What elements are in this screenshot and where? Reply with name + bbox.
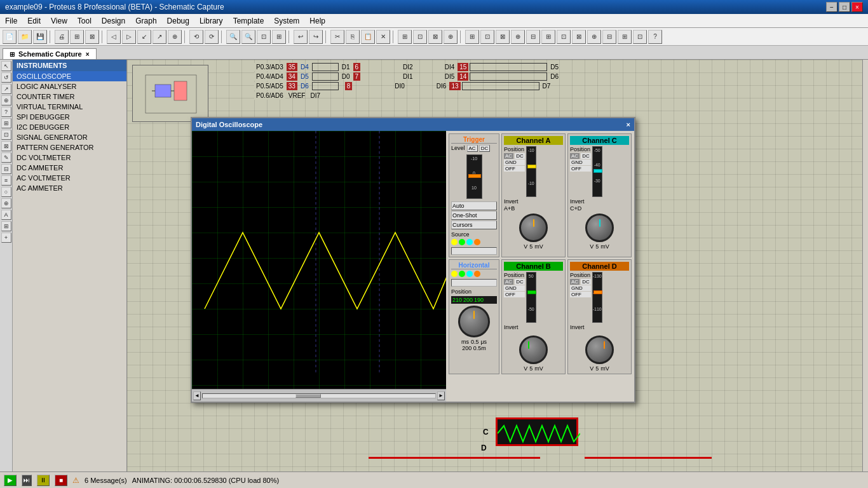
tool16[interactable]: + (1, 233, 11, 243)
maximize-button[interactable]: □ (839, 2, 850, 12)
tool7[interactable]: ⊡ (1, 130, 11, 140)
horiz-src-b[interactable] (459, 271, 465, 277)
menu-graph[interactable]: Graph (130, 15, 161, 27)
tool3[interactable]: ↗ (1, 84, 11, 94)
btn14[interactable]: ⊕ (444, 30, 458, 44)
btn13[interactable]: ⊠ (428, 30, 442, 44)
instrument-dc-ammeter[interactable]: DC AMMETER (13, 163, 126, 173)
src-b[interactable] (459, 239, 465, 245)
ch-d-thumb[interactable] (593, 290, 602, 294)
oscilloscope-dialog[interactable]: Digital Oscilloscope × (191, 117, 635, 403)
instrument-ac-voltmeter[interactable]: AC VOLTMETER (13, 173, 126, 183)
btn3[interactable]: ⊠ (85, 30, 99, 44)
btn2[interactable]: ⊞ (70, 30, 84, 44)
preview-thumbnail[interactable] (132, 65, 208, 122)
ch-c-off[interactable]: OFF (570, 166, 591, 172)
zoom-out[interactable]: 🔍 (241, 30, 255, 44)
menu-system[interactable]: System (269, 15, 304, 27)
btn20[interactable]: ⊞ (541, 30, 555, 44)
ch-d-gnd[interactable]: GND (570, 285, 591, 291)
tool15[interactable]: ⊞ (1, 221, 11, 231)
ch-b-thumb[interactable] (527, 290, 536, 294)
btn17[interactable]: ⊠ (496, 30, 510, 44)
instrument-dc-voltmeter[interactable]: DC VOLTMETER (13, 152, 126, 163)
tool8[interactable]: ⊠ (1, 141, 11, 151)
cut[interactable]: ✂ (330, 30, 344, 44)
horiz-src-c[interactable] (466, 271, 473, 277)
menu-template[interactable]: Template (228, 15, 269, 27)
osc-screen[interactable] (192, 131, 446, 389)
ch-a-off[interactable]: OFF (504, 166, 525, 172)
rotate-tool[interactable]: ↺ (1, 72, 11, 83)
ch-a-slider[interactable]: -10 0 -10 (526, 146, 536, 197)
zoom-fit[interactable]: ⊡ (257, 30, 271, 44)
step-forward-button[interactable]: ⏭ (22, 475, 32, 486)
menu-design[interactable]: Design (97, 15, 130, 27)
ch-a-thumb[interactable] (527, 165, 536, 168)
ch-a-apb[interactable]: A+B (504, 205, 563, 212)
tool4[interactable]: ⊕ (1, 95, 11, 105)
tool6[interactable]: ⊞ (1, 118, 11, 128)
tool13[interactable]: ⊕ (1, 198, 11, 208)
ch-c-ac[interactable]: AC (570, 153, 580, 159)
tool14[interactable]: A (1, 210, 11, 220)
btn25[interactable]: ⊞ (618, 30, 632, 44)
tab-close[interactable]: × (86, 51, 90, 58)
btn9[interactable]: ⟲ (189, 30, 203, 44)
instrument-logic-analyser[interactable]: LOGIC ANALYSER (13, 81, 126, 92)
level-slider[interactable]: -10 0 10 (466, 154, 482, 199)
one-shot-btn[interactable]: One-Shot (451, 211, 497, 220)
minimize-button[interactable]: − (826, 2, 837, 12)
instrument-spi-debugger[interactable]: SPI DEBUGGER (13, 112, 126, 122)
ch-a-dc[interactable]: DC (515, 153, 525, 159)
horiz-slider[interactable] (451, 279, 497, 287)
tool5[interactable]: ? (1, 107, 11, 117)
ch-a-gnd[interactable]: GND (504, 159, 525, 165)
menu-library[interactable]: Library (194, 15, 228, 27)
ch-c-invert[interactable]: Invert (570, 198, 629, 205)
paste[interactable]: 📋 (361, 30, 375, 44)
ch-d-dc[interactable]: DC (581, 279, 591, 285)
open-btn[interactable]: 📁 (18, 30, 32, 44)
undo[interactable]: ↩ (294, 30, 308, 44)
btn21[interactable]: ⊡ (557, 30, 571, 44)
cursors-btn[interactable]: Cursors (451, 220, 497, 229)
btn11[interactable]: ⊞ (398, 30, 412, 44)
osc-close-button[interactable]: × (627, 121, 630, 128)
horiz-src-d[interactable] (474, 271, 480, 277)
menu-view[interactable]: View (46, 15, 72, 27)
ch-c-dc[interactable]: DC (581, 153, 591, 159)
ch-d-slider[interactable]: -130 -120 -110 (592, 272, 602, 323)
play-button[interactable]: ▶ (4, 475, 17, 486)
osc-title-bar[interactable]: Digital Oscilloscope × (192, 118, 634, 131)
save-btn[interactable]: 💾 (33, 30, 47, 44)
ch-a-ac[interactable]: AC (504, 153, 513, 159)
btn19[interactable]: ⊟ (526, 30, 540, 44)
delete[interactable]: ✕ (376, 30, 390, 44)
ch-c-thumb[interactable] (593, 169, 602, 173)
tool11[interactable]: ≡ (1, 175, 11, 186)
horiz-src-a[interactable] (451, 271, 458, 277)
ch-b-gnd[interactable]: GND (504, 285, 525, 291)
instrument-pattern-generator[interactable]: PATTERN GENERATOR (13, 142, 126, 152)
menu-edit[interactable]: Edit (22, 15, 46, 27)
btn10[interactable]: ⟳ (205, 30, 219, 44)
btn6[interactable]: ↙ (137, 30, 151, 44)
btn7[interactable]: ↗ (153, 30, 166, 44)
menu-file[interactable]: File (0, 15, 22, 27)
tab-schematic[interactable]: ⊞ Schematic Capture × (3, 48, 97, 59)
source-slider[interactable] (451, 247, 497, 255)
scroll-right[interactable]: ► (437, 391, 445, 400)
ch-b-slider[interactable]: 50 40 -50 (526, 272, 536, 323)
ch-b-knob[interactable] (519, 336, 548, 364)
menu-debug[interactable]: Debug (162, 15, 194, 27)
ch-b-ac[interactable]: AC (504, 279, 513, 285)
tool9[interactable]: ✎ (1, 152, 11, 163)
btn18[interactable]: ⊕ (511, 30, 525, 44)
btn12[interactable]: ⊡ (413, 30, 427, 44)
ch-c-cpd[interactable]: C+D (570, 205, 629, 212)
pause-button[interactable]: ⏸ (37, 475, 50, 486)
instrument-ac-ammeter[interactable]: AC AMMETER (13, 183, 126, 193)
ch-c-gnd[interactable]: GND (570, 159, 591, 165)
btn23[interactable]: ⊕ (587, 30, 601, 44)
